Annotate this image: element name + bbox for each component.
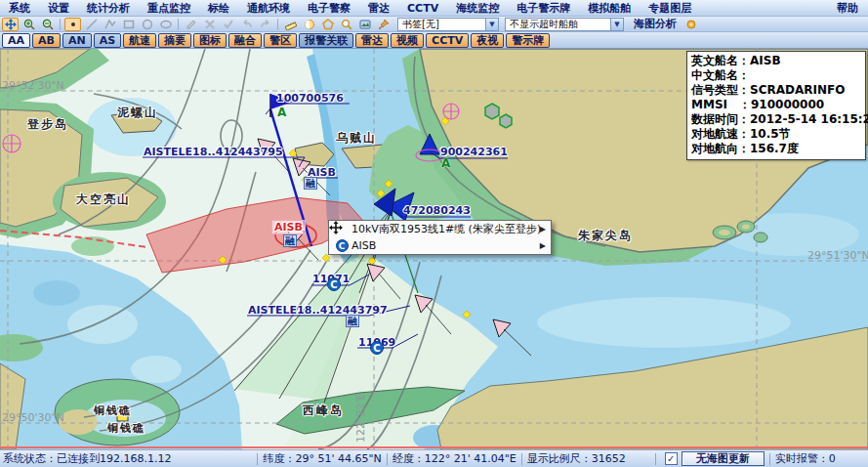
delete-tool-icon[interactable] <box>201 18 218 31</box>
zoom-out-icon[interactable] <box>39 18 56 31</box>
grid-label-lat-5030: 29°50'30"N <box>2 411 64 424</box>
menu-plotting[interactable]: 标绘 <box>199 0 238 17</box>
tab-fusion[interactable]: 融合 <box>228 33 262 48</box>
ship-label-900242361[interactable]: 900242361 <box>440 146 508 158</box>
edit-tool-icon[interactable] <box>183 18 199 31</box>
line-tool-icon[interactable] <box>83 18 100 31</box>
toolbar-separator <box>277 19 278 30</box>
circle-tool-icon[interactable] <box>139 18 155 31</box>
place-label-niluoshan: 泥螺山 <box>117 105 158 121</box>
menu-marine-monitoring[interactable]: 海统监控 <box>447 0 508 17</box>
info-label: 中文船名： <box>691 68 750 83</box>
statusbar-divider <box>655 453 656 465</box>
info-label: MMSI ： <box>691 98 751 112</box>
statusbar-divider <box>769 453 770 465</box>
menu-e-police[interactable]: 电子警察 <box>299 0 359 17</box>
tab-speed[interactable]: 航速 <box>123 33 156 48</box>
area-tool-icon[interactable] <box>301 18 317 31</box>
place-label-zhujiajian: 朱家尖岛 <box>578 228 633 244</box>
point-tool-icon[interactable] <box>64 18 81 31</box>
context-menu-item-aisb[interactable]: C AISB ▶ <box>329 237 551 254</box>
nautical-chart-canvas[interactable]: 登步岛 泥螺山 大空亮山 乌贼山 朱家尖岛 西峰岛 铜钱礁 铜钱礁 100700… <box>0 49 868 449</box>
camera-link-icon: C <box>332 239 351 252</box>
grid-label-lat-5230: 29°52'30"N <box>2 79 64 92</box>
menu-simulated-ship[interactable]: 模拟船舶 <box>579 0 640 17</box>
grid-label-lon-2220: 122°20'E <box>0 50 1 99</box>
chevron-down-icon[interactable]: ▼ <box>610 19 623 30</box>
ship-label-aistele-797[interactable]: AISTELE18..412443797 <box>248 304 388 317</box>
display-scale: 显示比例尺：31652 <box>527 451 626 466</box>
tab-radar[interactable]: 雷达 <box>355 33 389 48</box>
submenu-arrow-icon: ▶ <box>540 241 548 250</box>
grid-label-lat-5130: 29°51'30"N <box>807 249 868 262</box>
info-label: 英文船名： <box>691 54 750 68</box>
no-chart-update-button[interactable]: 无海图更新 <box>682 451 765 466</box>
chevron-down-icon[interactable]: ▼ <box>485 19 498 30</box>
chart-analysis-button[interactable]: 海图分析 <box>634 17 677 31</box>
ship-label-aistele-795[interactable]: AISTELE18..412443795 <box>144 146 283 158</box>
ship-label-100700576[interactable]: 100700576 <box>276 92 344 105</box>
fusion-mark: 融 <box>346 315 359 327</box>
sun-icon[interactable] <box>682 18 699 31</box>
polygon-tool-icon[interactable] <box>319 18 336 31</box>
menu-radar[interactable]: 雷达 <box>359 0 398 17</box>
rect-tool-icon[interactable] <box>120 18 137 31</box>
menu-statistics[interactable]: 统计分析 <box>78 0 139 17</box>
tab-an[interactable]: AN <box>62 33 92 48</box>
tab-cctv[interactable]: CCTV <box>426 33 469 48</box>
tab-night-vision[interactable]: 夜视 <box>471 33 504 48</box>
redo-tool-icon[interactable] <box>257 18 273 31</box>
info-value-english-name: AISB <box>750 54 781 68</box>
ship-label-aisb-alarm[interactable]: AISB <box>271 220 306 234</box>
tab-icon[interactable]: 图标 <box>193 33 227 48</box>
camera-link-mark[interactable]: C <box>327 277 341 291</box>
tab-alarm-link[interactable]: 报警关联 <box>299 33 353 48</box>
place-label-xifeng: 西峰岛 <box>303 403 344 419</box>
pushpin-tool-icon[interactable] <box>375 18 392 31</box>
info-value-course-over-ground: 156.7度 <box>750 142 799 156</box>
menu-navigation-env[interactable]: 通航环境 <box>238 0 299 17</box>
menu-settings[interactable]: 设置 <box>39 0 78 17</box>
pan-icon[interactable] <box>2 18 19 31</box>
zoom-in-icon[interactable] <box>21 18 37 31</box>
timeout-ships-dropdown[interactable]: 不显示超时船舶 ▼ <box>505 18 624 31</box>
menu-thematic-layers[interactable]: 专题图层 <box>640 0 700 17</box>
tab-as[interactable]: AS <box>94 33 121 48</box>
camera-link-mark[interactable]: C <box>370 341 384 355</box>
cursor-longitude: 经度：122° 21' 41.04"E <box>393 451 517 466</box>
tab-aa[interactable]: AA <box>2 33 30 48</box>
context-menu: 10kV南双1953线1#缆 (朱家尖至登步) ▶ C AISB ▶ <box>328 220 552 255</box>
tab-warning-sign[interactable]: 警示牌 <box>506 33 550 48</box>
ship-info-panel: 英文船名：AISB 中文船名： 信号类型：SCRADARINFO MMSI ：9… <box>686 51 866 160</box>
snapshot-tool-icon[interactable] <box>356 18 373 31</box>
submenu-arrow-icon: ▶ <box>540 225 548 234</box>
toolbar: 书签[无] ▼ 不显示超时船舶 ▼ 海图分析 <box>0 17 868 32</box>
menu-system[interactable]: 系统 <box>0 0 39 17</box>
undo-tool-icon[interactable] <box>238 18 255 31</box>
menu-key-monitoring[interactable]: 重点监控 <box>139 0 199 17</box>
ais-class-a-mark: A <box>441 156 450 170</box>
search-tool-icon[interactable] <box>338 18 354 31</box>
polyline-tool-icon[interactable] <box>102 18 118 31</box>
vts-application-window: { "menu": { "items": ["系统","设置","统计分析","… <box>0 0 868 467</box>
ellipse-tool-icon[interactable] <box>157 18 174 31</box>
menu-cctv[interactable]: CCTV <box>398 1 447 16</box>
tab-video[interactable]: 视频 <box>391 33 424 48</box>
info-value-mmsi: 910000000 <box>751 98 824 112</box>
menu-help[interactable]: 帮助 <box>827 0 868 17</box>
view-tab-bar: AA AB AN AS 航速 摘要 图标 融合 警区 报警关联 雷达 视频 CC… <box>0 32 868 49</box>
menu-e-sign[interactable]: 电子警示牌 <box>508 0 579 17</box>
ship-label-472080243[interactable]: 472080243 <box>403 204 471 217</box>
statusbar-divider <box>257 453 258 465</box>
status-bar: 系统状态：已连接到192.168.1.12 纬度：29° 51' 44.65"N… <box>0 449 868 467</box>
tab-alert-zone[interactable]: 警区 <box>264 33 297 48</box>
chart-update-checkbox[interactable]: ✓ <box>665 452 678 465</box>
measure-tool-icon[interactable] <box>282 18 299 31</box>
system-status: 系统状态：已连接到192.168.1.12 <box>3 451 171 466</box>
context-menu-item-cable[interactable]: 10kV南双1953线1#缆 (朱家尖至登步) ▶ <box>329 221 551 237</box>
cursor-latitude: 纬度：29° 51' 44.65"N <box>263 451 381 466</box>
confirm-tool-icon[interactable] <box>220 18 236 31</box>
tab-ab[interactable]: AB <box>32 33 61 48</box>
bookmark-dropdown[interactable]: 书签[无] ▼ <box>397 18 499 31</box>
tab-summary[interactable]: 摘要 <box>158 33 191 48</box>
